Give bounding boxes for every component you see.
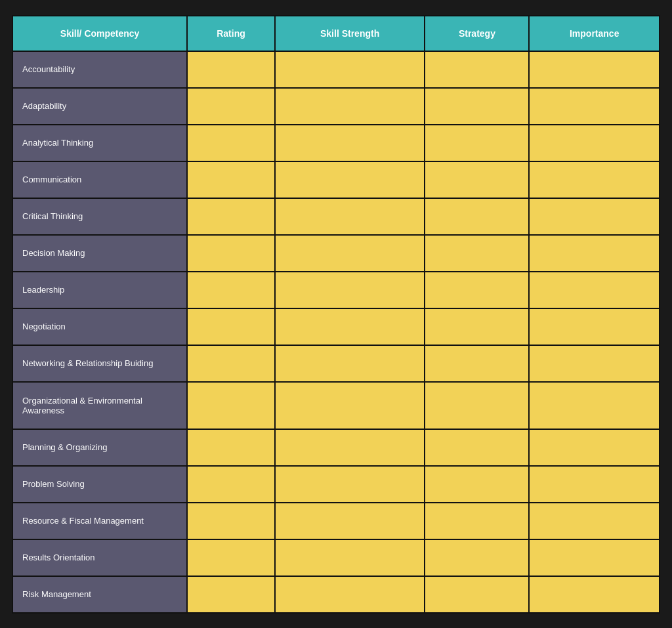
col-header-rating: Rating: [187, 16, 275, 51]
table-row: Risk Management: [12, 576, 660, 613]
rating-cell: [187, 198, 275, 235]
skill-cell: Negotiation: [12, 308, 187, 345]
col-header-skill-strength: Skill Strength: [275, 16, 425, 51]
skill-strength-cell: [275, 503, 425, 539]
skill-strength-cell: [275, 345, 425, 382]
importance-cell: [529, 576, 660, 613]
skill-cell: Planning & Organizing: [12, 429, 187, 466]
rating-cell: [187, 345, 275, 382]
strategy-cell: [425, 125, 529, 161]
col-header-strategy: Strategy: [425, 16, 529, 51]
skill-cell: Resource & Fiscal Management: [12, 503, 187, 539]
rating-cell: [187, 429, 275, 466]
table-row: Communication: [12, 161, 660, 198]
strategy-cell: [425, 503, 529, 539]
strategy-cell: [425, 466, 529, 503]
skill-cell: Organizational & Environmental Awareness: [12, 382, 187, 429]
rating-cell: [187, 51, 275, 88]
table-row: Critical Thinking: [12, 198, 660, 235]
skill-strength-cell: [275, 125, 425, 161]
table-row: Adaptability: [12, 88, 660, 125]
strategy-cell: [425, 88, 529, 125]
importance-cell: [529, 345, 660, 382]
importance-cell: [529, 51, 660, 88]
importance-cell: [529, 308, 660, 345]
strategy-cell: [425, 198, 529, 235]
skill-strength-cell: [275, 466, 425, 503]
importance-cell: [529, 466, 660, 503]
skill-strength-cell: [275, 382, 425, 429]
table-row: Leadership: [12, 272, 660, 308]
skill-cell: Accountability: [12, 51, 187, 88]
competency-table: Skill/ Competency Rating Skill Strength …: [12, 15, 660, 614]
table-row: Organizational & Environmental Awareness: [12, 382, 660, 429]
skill-cell: Analytical Thinking: [12, 125, 187, 161]
strategy-cell: [425, 161, 529, 198]
table-row: Networking & Relationship Buiding: [12, 345, 660, 382]
importance-cell: [529, 503, 660, 539]
importance-cell: [529, 429, 660, 466]
importance-cell: [529, 272, 660, 308]
col-header-skill: Skill/ Competency: [12, 16, 187, 51]
rating-cell: [187, 88, 275, 125]
rating-cell: [187, 308, 275, 345]
skill-strength-cell: [275, 161, 425, 198]
table-container: Skill/ Competency Rating Skill Strength …: [0, 3, 672, 625]
skill-cell: Networking & Relationship Buiding: [12, 345, 187, 382]
skill-strength-cell: [275, 308, 425, 345]
skill-strength-cell: [275, 272, 425, 308]
rating-cell: [187, 125, 275, 161]
strategy-cell: [425, 429, 529, 466]
skill-cell: Adaptability: [12, 88, 187, 125]
table-row: Negotiation: [12, 308, 660, 345]
strategy-cell: [425, 235, 529, 272]
strategy-cell: [425, 308, 529, 345]
table-row: Decision Making: [12, 235, 660, 272]
skill-cell: Leadership: [12, 272, 187, 308]
importance-cell: [529, 235, 660, 272]
table-row: Resource & Fiscal Management: [12, 503, 660, 539]
skill-cell: Risk Management: [12, 576, 187, 613]
skill-cell: Critical Thinking: [12, 198, 187, 235]
table-row: Planning & Organizing: [12, 429, 660, 466]
strategy-cell: [425, 345, 529, 382]
skill-cell: Results Orientation: [12, 539, 187, 576]
rating-cell: [187, 382, 275, 429]
table-row: Problem Solving: [12, 466, 660, 503]
skill-cell: Decision Making: [12, 235, 187, 272]
strategy-cell: [425, 51, 529, 88]
strategy-cell: [425, 382, 529, 429]
importance-cell: [529, 382, 660, 429]
table-row: Analytical Thinking: [12, 125, 660, 161]
importance-cell: [529, 198, 660, 235]
rating-cell: [187, 576, 275, 613]
strategy-cell: [425, 576, 529, 613]
skill-strength-cell: [275, 198, 425, 235]
importance-cell: [529, 539, 660, 576]
skill-strength-cell: [275, 88, 425, 125]
rating-cell: [187, 539, 275, 576]
skill-strength-cell: [275, 576, 425, 613]
rating-cell: [187, 235, 275, 272]
rating-cell: [187, 161, 275, 198]
rating-cell: [187, 272, 275, 308]
skill-cell: Problem Solving: [12, 466, 187, 503]
header-row: Skill/ Competency Rating Skill Strength …: [12, 16, 660, 51]
skill-strength-cell: [275, 51, 425, 88]
col-header-importance: Importance: [529, 16, 660, 51]
importance-cell: [529, 88, 660, 125]
rating-cell: [187, 503, 275, 539]
table-row: Results Orientation: [12, 539, 660, 576]
skill-strength-cell: [275, 539, 425, 576]
importance-cell: [529, 161, 660, 198]
skill-strength-cell: [275, 235, 425, 272]
skill-cell: Communication: [12, 161, 187, 198]
skill-strength-cell: [275, 429, 425, 466]
table-row: Accountability: [12, 51, 660, 88]
strategy-cell: [425, 272, 529, 308]
rating-cell: [187, 466, 275, 503]
strategy-cell: [425, 539, 529, 576]
importance-cell: [529, 125, 660, 161]
